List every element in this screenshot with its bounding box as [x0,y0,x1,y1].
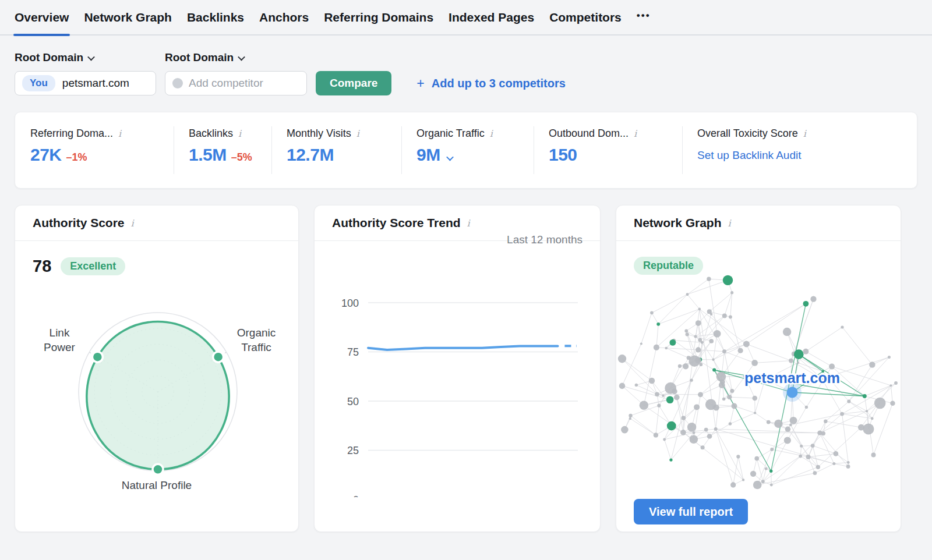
svg-text:25: 25 [347,445,359,456]
radar-axis-link-power: Link Power [31,325,87,355]
network-header: Network Graph i [616,205,901,241]
metric-organic-traffic: Organic Traffici9M [401,112,534,188]
info-icon[interactable]: i [238,128,241,139]
you-domain-input[interactable]: You petsmart.com [15,71,156,95]
trend-title: Authority Score Trend [332,216,461,230]
view-full-report-button[interactable]: View full report [634,499,748,524]
metric-label: Overall Toxicity Score [697,127,798,140]
plus-icon: + [416,76,424,91]
info-icon[interactable]: i [356,128,359,139]
network-title: Network Graph [634,216,722,230]
network-reputable-badge: Reputable [634,257,703,275]
info-icon[interactable]: i [131,218,134,229]
metric-value: 12.7M [287,145,334,165]
metric-referring-doma: Referring Doma...i27K–1% [15,112,174,188]
metric-delta: –1% [66,151,87,164]
chevron-down-icon [238,53,245,61]
tab-indexed-pages[interactable]: Indexed Pages [449,0,534,35]
widget-cards-row: Authority Score i 78 Excellent Link Powe… [15,205,917,532]
metric-label: Monthly Visits [287,127,351,140]
radar-axis-organic-traffic: Organic Traffic [228,325,284,355]
svg-text:75: 75 [347,346,359,358]
authority-score-header: Authority Score i [15,205,298,241]
info-icon[interactable]: i [467,218,470,229]
setup-backlink-audit-link[interactable]: Set up Backlink Audit [697,149,912,162]
chevron-down-icon [446,154,454,161]
tab-overview[interactable]: Overview [15,0,69,35]
tab-backlinks[interactable]: Backlinks [187,0,244,35]
authority-score-trend-chart: 0255075100Mar 2024Jul 2024Oct 2024 [315,241,585,497]
favicon-placeholder-icon [172,78,183,88]
info-icon[interactable]: i [118,128,121,139]
metric-label: Outbound Dom... [549,127,629,140]
network-badge-row: Reputable [616,241,901,275]
svg-text:50: 50 [347,396,359,407]
domain-inputs-row: You petsmart.com Compare + Add up to 3 c… [0,71,932,95]
metric-backlinks: Backlinksi1.5M–5% [174,112,271,188]
svg-text:100: 100 [341,297,359,309]
metric-value[interactable]: 9M [416,145,440,165]
authority-score-radar-chart [15,241,299,509]
metric-delta: –5% [231,151,252,164]
info-icon[interactable]: i [490,128,493,139]
metric-monthly-visits: Monthly Visitsi12.7M [271,112,401,188]
metric-value: 27K [30,145,62,165]
authority-score-trend-card: Authority Score Trend i Last 12 months 0… [314,205,601,532]
you-badge: You [22,75,55,91]
authority-score-card: Authority Score i 78 Excellent Link Powe… [15,205,299,532]
tab-anchors[interactable]: Anchors [259,0,309,35]
info-icon[interactable]: i [634,128,637,139]
add-competitors-label: Add up to 3 competitors [432,77,566,90]
metric-label: Backlinks [189,127,233,140]
tab-network-graph[interactable]: Network Graph [84,0,172,35]
metrics-summary-bar: Referring Doma...i27K–1%Backlinksi1.5M–5… [15,112,917,189]
metric-overall-toxicity-score: Overall Toxicity ScoreiSet up Backlink A… [682,112,917,188]
network-graph-card: Network Graph i Reputable petsmart.com V… [616,205,901,532]
add-competitor-box[interactable] [165,71,307,95]
you-scope-label: Root Domain [15,51,83,64]
network-center-domain-label: petsmart.com [744,370,840,386]
metric-value: 150 [549,145,577,165]
competitor-scope-label: Root Domain [165,51,234,64]
svg-text:0: 0 [353,494,359,498]
you-domain-value: petsmart.com [62,77,129,90]
metric-label: Organic Traffic [416,127,485,140]
metric-label: Referring Doma... [30,127,113,140]
scope-selector-row: Root Domain Root Domain [0,51,932,64]
info-icon[interactable]: i [728,218,731,229]
top-tab-bar: OverviewNetwork GraphBacklinksAnchorsRef… [0,0,932,36]
add-competitors-link[interactable]: + Add up to 3 competitors [416,76,565,91]
you-scope-dropdown[interactable]: Root Domain [15,51,165,64]
competitor-scope-dropdown[interactable]: Root Domain [165,51,244,64]
metric-outbound-dom: Outbound Dom...i150 [534,112,682,188]
add-competitor-input[interactable] [189,77,288,90]
tab-competitors[interactable]: Competitors [549,0,622,35]
chevron-down-icon [87,53,95,61]
network-graph-visualization: petsmart.com [616,274,901,491]
info-icon[interactable]: i [803,128,806,139]
nav-more-button[interactable]: ••• [637,10,651,25]
radar-axis-natural-profile: Natural Profile [15,478,298,492]
metric-value: 1.5M [189,145,227,165]
compare-button[interactable]: Compare [316,71,391,95]
tab-referring-domains[interactable]: Referring Domains [324,0,433,35]
authority-score-title: Authority Score [33,216,125,230]
